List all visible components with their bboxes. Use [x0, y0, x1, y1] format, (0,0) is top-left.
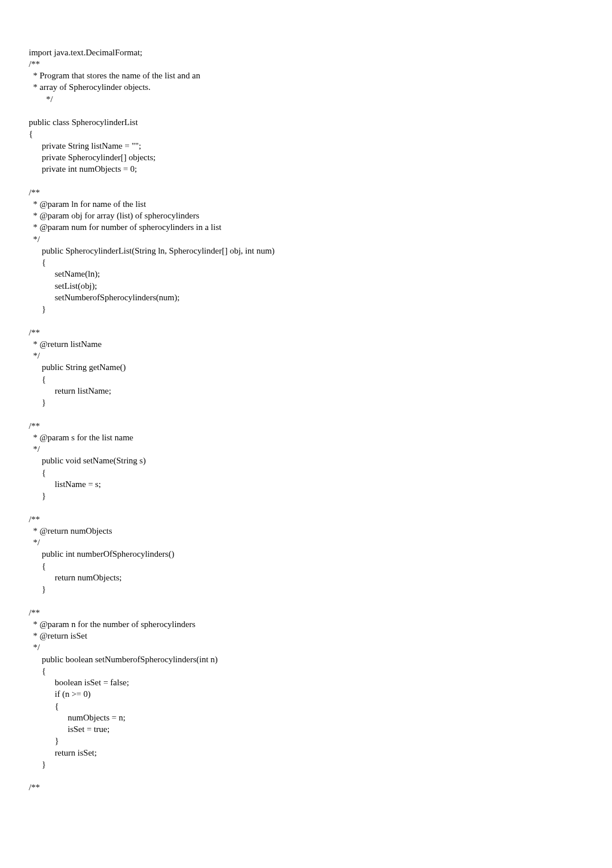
code-line: }: [29, 398, 46, 407]
code-line: }: [29, 736, 59, 745]
code-line: /**: [29, 783, 40, 792]
code-line: {: [29, 468, 46, 477]
code-line: private int numObjects = 0;: [29, 164, 137, 173]
code-line: {: [29, 258, 46, 267]
code-line: * @param obj for array (list) of spheroc…: [29, 211, 199, 220]
code-document: import java.text.DecimalFormat; /** * Pr…: [29, 47, 583, 794]
code-line: public SpherocylinderList(String ln, Sph…: [29, 246, 275, 255]
code-line: /**: [29, 515, 40, 524]
code-line: public class SpherocylinderList: [29, 118, 138, 127]
code-line: boolean isSet = false;: [29, 678, 129, 687]
code-line: /**: [29, 421, 40, 431]
code-line: }: [29, 304, 46, 314]
code-line: * @param n for the number of spherocylin…: [29, 620, 195, 629]
code-line: public void setName(String s): [29, 456, 146, 465]
code-line: listName = s;: [29, 480, 101, 489]
code-line: {: [29, 561, 46, 571]
code-line: private String listName = "";: [29, 141, 141, 150]
code-line: */: [29, 95, 53, 104]
code-line: return isSet;: [29, 748, 97, 757]
code-line: }: [29, 760, 46, 769]
code-line: numObjects = n;: [29, 713, 126, 722]
code-line: */: [29, 538, 40, 547]
code-line: setList(obj);: [29, 281, 97, 290]
code-line: */: [29, 643, 40, 652]
code-line: /**: [29, 608, 40, 617]
code-line: * Program that stores the name of the li…: [29, 71, 200, 80]
code-line: * @return listName: [29, 339, 101, 349]
code-line: import java.text.DecimalFormat;: [29, 48, 142, 57]
code-line: if (n >= 0): [29, 689, 90, 699]
code-line: private Spherocylinder[] objects;: [29, 153, 156, 162]
code-line: setName(ln);: [29, 269, 100, 278]
code-line: */: [29, 351, 40, 360]
code-line: * @return numObjects: [29, 526, 112, 535]
code-line: return numObjects;: [29, 573, 122, 582]
code-line: */: [29, 235, 40, 244]
code-line: /**: [29, 328, 40, 337]
code-line: }: [29, 491, 46, 500]
code-line: /**: [29, 59, 40, 69]
code-line: }: [29, 584, 46, 594]
code-line: public String getName(): [29, 363, 126, 372]
code-line: * array of Spherocylinder objects.: [29, 82, 150, 92]
code-line: {: [29, 129, 33, 138]
code-line: public boolean setNumberofSpherocylinder…: [29, 655, 218, 664]
code-line: return listName;: [29, 386, 111, 395]
code-line: * @param num for number of spherocylinde…: [29, 222, 221, 232]
code-line: setNumberofSpherocylinders(num);: [29, 293, 180, 302]
code-line: {: [29, 375, 46, 384]
code-line: * @param ln for name of the list: [29, 199, 146, 209]
code-line: /**: [29, 188, 40, 197]
code-line: {: [29, 701, 59, 711]
code-line: {: [29, 666, 46, 675]
code-line: */: [29, 444, 40, 454]
code-line: * @return isSet: [29, 631, 87, 640]
code-line: isSet = true;: [29, 724, 109, 734]
code-line: public int numberOfSpherocylinders(): [29, 549, 174, 558]
code-line: * @param s for the list name: [29, 433, 133, 442]
